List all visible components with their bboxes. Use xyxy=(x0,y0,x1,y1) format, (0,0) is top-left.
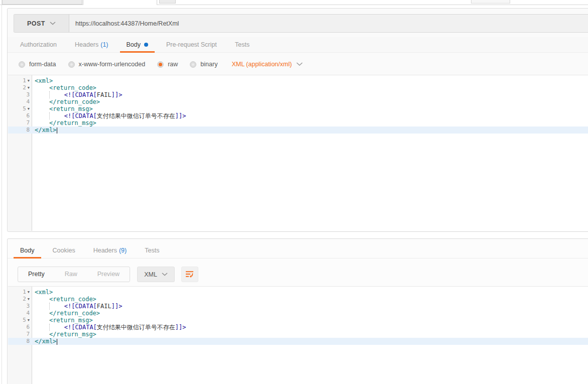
code-token: ]]> xyxy=(111,303,123,310)
code-text: <xml> xyxy=(32,77,53,84)
code-text: <return_code> xyxy=(32,84,96,91)
top-bar-control[interactable] xyxy=(471,0,510,4)
tab-body[interactable]: Body xyxy=(14,243,41,258)
code-line: 5▼ <return_msg> xyxy=(8,105,588,112)
tab-label: Body xyxy=(127,41,141,48)
content-type-select[interactable]: XML (application/xml) xyxy=(231,61,303,68)
top-tab-active[interactable] xyxy=(83,0,157,5)
response-format-select[interactable]: XML xyxy=(137,267,175,282)
tab-cookies[interactable]: Cookies xyxy=(46,243,82,258)
top-tab-partial-1[interactable] xyxy=(2,0,82,5)
line-number: 5▼ xyxy=(8,105,32,112)
radio-dot xyxy=(159,63,162,66)
line-number-text: 4 xyxy=(26,310,30,317)
body-mode-form-data[interactable]: form-data xyxy=(19,61,56,68)
top-tab-partial-2[interactable] xyxy=(159,0,176,4)
radio-icon xyxy=(157,61,164,68)
fold-arrow-icon[interactable]: ▼ xyxy=(28,291,30,294)
tab-tests[interactable]: Tests xyxy=(228,37,256,52)
line-number: 1▼ xyxy=(8,289,32,296)
code-token: <return_msg> xyxy=(49,105,93,112)
code-token: <![CDATA[ xyxy=(64,324,97,331)
line-number-text: 3 xyxy=(26,303,30,310)
code-line: 7 </return_msg> xyxy=(8,331,588,338)
code-text: </return_msg> xyxy=(32,119,96,126)
code-token: </xml> xyxy=(35,338,56,345)
fold-arrow-icon[interactable]: ▼ xyxy=(28,79,30,83)
code-line: 2▼ <return_code> xyxy=(8,84,588,91)
tab-headers[interactable]: Headers(1) xyxy=(68,37,115,52)
body-mode-label: x-www-form-urlencoded xyxy=(79,61,146,68)
radio-dot xyxy=(70,63,73,66)
tab-headers[interactable]: Headers(9) xyxy=(87,243,134,258)
view-mode-preview[interactable]: Preview xyxy=(87,267,130,282)
content-type-label: XML (application/xml) xyxy=(231,61,292,68)
wrap-text-button[interactable] xyxy=(181,267,198,282)
code-line: 7 </return_msg> xyxy=(8,119,588,126)
line-number: 8 xyxy=(8,338,32,345)
code-text: <return_code> xyxy=(32,296,96,303)
tab-label: Body xyxy=(20,247,35,254)
code-token: <![CDATA[ xyxy=(64,112,97,119)
code-token xyxy=(49,303,64,310)
code-token: ]]> xyxy=(175,324,186,331)
request-body-editor[interactable]: 1▼<xml>2▼ <return_code>3 <![CDATA[FAIL]]… xyxy=(8,75,588,231)
method-select[interactable]: POST xyxy=(14,15,69,32)
response-toolbar: PrettyRawPreview XML xyxy=(18,267,198,282)
line-number-text: 4 xyxy=(26,98,30,105)
tab-pre-request-script[interactable]: Pre-request Script xyxy=(160,37,223,52)
code-line: 4 </return_code> xyxy=(8,310,588,317)
tab-count: (1) xyxy=(100,41,108,48)
code-token: FAIL xyxy=(97,303,111,310)
line-number-text: 1 xyxy=(23,289,26,296)
code-token: <![CDATA[ xyxy=(64,91,97,98)
url-input[interactable]: https://localhost:44387/Home/RetXml xyxy=(69,15,588,32)
view-mode-raw[interactable]: Raw xyxy=(55,267,87,282)
body-mode-binary[interactable]: binary xyxy=(190,61,217,68)
code-line: 2▼ <return_code> xyxy=(8,296,588,303)
code-text: </return_code> xyxy=(32,98,100,105)
code-text: <![CDATA[FAIL]]> xyxy=(32,303,122,310)
line-number: 5▼ xyxy=(8,317,32,324)
url-text: https://localhost:44387/Home/RetXml xyxy=(75,20,179,27)
tab-body[interactable]: Body xyxy=(120,37,155,52)
code-token xyxy=(35,112,49,119)
fold-arrow-icon[interactable]: ▼ xyxy=(28,107,30,111)
line-number-text: 6 xyxy=(26,324,30,331)
line-number-text: 1 xyxy=(23,77,26,84)
line-number: 2▼ xyxy=(8,296,32,303)
code-text: <return_msg> xyxy=(32,105,93,112)
line-number: 8 xyxy=(8,126,32,134)
code-token: <return_code> xyxy=(49,84,96,91)
body-mode-label: raw xyxy=(168,61,178,68)
body-mode-x-www-form-urlencoded[interactable]: x-www-form-urlencoded xyxy=(68,61,146,68)
body-modified-dot xyxy=(144,43,148,47)
editor-lines: 1▼<xml>2▼ <return_code>3 <![CDATA[FAIL]]… xyxy=(8,289,588,345)
chevron-down-icon xyxy=(162,273,168,276)
body-mode-label: form-data xyxy=(29,61,56,68)
response-panel: BodyCookiesHeaders(9)Tests PrettyRawPrev… xyxy=(7,238,588,384)
line-number-text: 5 xyxy=(23,317,26,324)
tab-count: (9) xyxy=(119,247,127,254)
body-mode-raw[interactable]: raw xyxy=(157,61,178,68)
response-body-editor[interactable]: 1▼<xml>2▼ <return_code>3 <![CDATA[FAIL]]… xyxy=(8,286,588,384)
line-number: 4 xyxy=(8,98,32,105)
code-token: <xml> xyxy=(35,77,53,84)
code-line: 1▼<xml> xyxy=(8,289,588,296)
code-token: ]]> xyxy=(175,112,186,119)
body-mode-row: form-datax-www-form-urlencodedrawbinary … xyxy=(19,55,303,74)
line-number-text: 3 xyxy=(26,91,30,98)
code-line: 5▼ <return_msg> xyxy=(8,317,588,324)
line-number: 7 xyxy=(8,331,32,338)
fold-arrow-icon[interactable]: ▼ xyxy=(28,86,30,90)
tab-authorization[interactable]: Authorization xyxy=(14,37,63,52)
view-mode-pretty[interactable]: Pretty xyxy=(18,267,55,282)
fold-arrow-icon[interactable]: ▼ xyxy=(28,298,30,301)
code-text: <![CDATA[支付结果中微信订单号不存在]]> xyxy=(32,324,186,331)
fold-arrow-icon[interactable]: ▼ xyxy=(28,319,30,322)
tab-tests[interactable]: Tests xyxy=(138,243,166,258)
line-number: 3 xyxy=(8,91,32,98)
tab-bar-border xyxy=(0,5,83,5)
line-number: 2▼ xyxy=(8,84,32,91)
code-token: </return_msg> xyxy=(49,119,96,126)
